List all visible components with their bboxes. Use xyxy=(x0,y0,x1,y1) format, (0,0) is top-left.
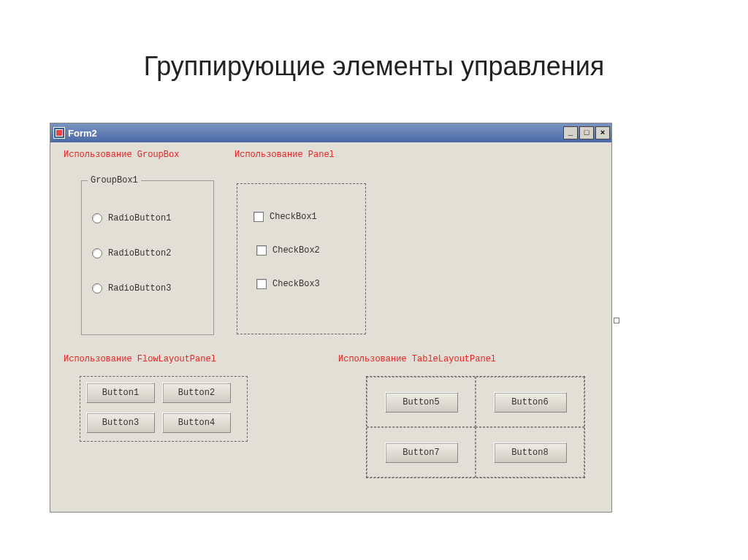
button-3[interactable]: Button3 xyxy=(86,413,155,433)
flow-layout-panel: Button1 Button2 Button3 Button4 xyxy=(80,376,248,442)
checkbox-label: CheckBox2 xyxy=(272,245,320,256)
slide-title: Группирующие элементы управления xyxy=(0,51,748,82)
button-8[interactable]: Button8 xyxy=(494,442,567,463)
form-client-area: Использование GroupBox Использование Pan… xyxy=(50,142,611,512)
table-layout-panel: Button5 Button6 Button7 Button8 xyxy=(366,376,585,478)
close-button[interactable]: × xyxy=(595,126,610,139)
section-label-table: Использование TableLayoutPanel xyxy=(338,354,496,364)
radio-icon xyxy=(92,248,102,258)
button-5[interactable]: Button5 xyxy=(385,392,458,413)
table-cell: Button5 xyxy=(367,377,476,427)
section-label-panel: Использование Panel xyxy=(234,150,335,160)
panel: CheckBox1 CheckBox2 CheckBox3 xyxy=(237,183,366,334)
radio-label: RadioButton1 xyxy=(108,213,171,223)
radio-label: RadioButton2 xyxy=(108,248,171,258)
groupbox-legend: GroupBox1 xyxy=(88,175,141,185)
checkbox-label: CheckBox1 xyxy=(270,212,317,222)
titlebar: Form2 _ □ × xyxy=(50,123,611,142)
button-6[interactable]: Button6 xyxy=(494,392,567,413)
resize-handle-icon[interactable] xyxy=(614,318,619,323)
checkbox-label: CheckBox3 xyxy=(272,279,320,289)
minimize-button[interactable]: _ xyxy=(563,126,578,139)
maximize-button[interactable]: □ xyxy=(579,126,594,139)
window-controls: _ □ × xyxy=(563,126,610,139)
checkbox-icon xyxy=(256,245,267,256)
section-label-groupbox: Использование GroupBox xyxy=(64,150,179,160)
checkbox-icon xyxy=(253,212,264,222)
button-7[interactable]: Button7 xyxy=(385,442,458,463)
button-4[interactable]: Button4 xyxy=(162,413,231,433)
table-cell: Button7 xyxy=(367,427,476,477)
table-cell: Button6 xyxy=(476,377,584,427)
table-cell: Button8 xyxy=(476,427,584,477)
form-window: Form2 _ □ × Использование GroupBox Испол… xyxy=(50,123,612,513)
titlebar-left: Form2 xyxy=(53,127,97,139)
radio-icon xyxy=(92,213,102,223)
checkbox-2[interactable]: CheckBox2 xyxy=(256,245,320,256)
radio-1[interactable]: RadioButton1 xyxy=(92,213,171,223)
checkbox-3[interactable]: CheckBox3 xyxy=(256,279,320,289)
checkbox-1[interactable]: CheckBox1 xyxy=(253,212,317,222)
radio-icon xyxy=(92,283,102,294)
radio-label: RadioButton3 xyxy=(108,283,171,294)
app-icon xyxy=(53,127,65,139)
button-2[interactable]: Button2 xyxy=(162,383,231,403)
section-label-flow: Использование FlowLayoutPanel xyxy=(64,354,216,364)
radio-2[interactable]: RadioButton2 xyxy=(92,248,171,258)
window-title: Form2 xyxy=(68,128,97,139)
checkbox-icon xyxy=(256,279,267,289)
groupbox: GroupBox1 RadioButton1 RadioButton2 Radi… xyxy=(81,180,214,335)
button-1[interactable]: Button1 xyxy=(86,383,155,403)
radio-3[interactable]: RadioButton3 xyxy=(92,283,171,294)
